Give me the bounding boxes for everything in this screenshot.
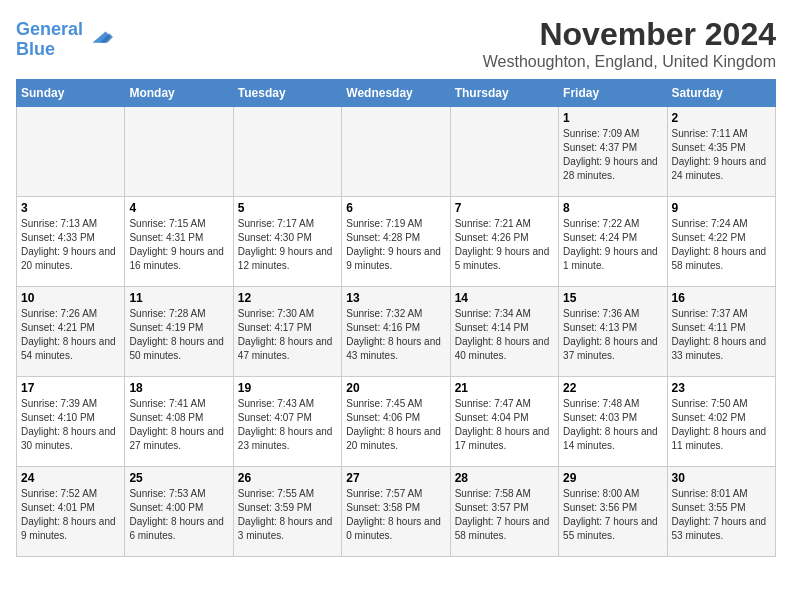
day-number: 9	[672, 201, 771, 215]
calendar-cell	[342, 107, 450, 197]
day-info: Sunrise: 7:13 AM Sunset: 4:33 PM Dayligh…	[21, 217, 120, 273]
day-number: 17	[21, 381, 120, 395]
day-info: Sunrise: 7:43 AM Sunset: 4:07 PM Dayligh…	[238, 397, 337, 453]
day-info: Sunrise: 8:01 AM Sunset: 3:55 PM Dayligh…	[672, 487, 771, 543]
day-info: Sunrise: 7:34 AM Sunset: 4:14 PM Dayligh…	[455, 307, 554, 363]
calendar-cell: 20Sunrise: 7:45 AM Sunset: 4:06 PM Dayli…	[342, 377, 450, 467]
calendar-cell	[17, 107, 125, 197]
calendar-cell: 2Sunrise: 7:11 AM Sunset: 4:35 PM Daylig…	[667, 107, 775, 197]
day-info: Sunrise: 8:00 AM Sunset: 3:56 PM Dayligh…	[563, 487, 662, 543]
logo-icon	[85, 24, 113, 52]
calendar-week-2: 3Sunrise: 7:13 AM Sunset: 4:33 PM Daylig…	[17, 197, 776, 287]
calendar-week-4: 17Sunrise: 7:39 AM Sunset: 4:10 PM Dayli…	[17, 377, 776, 467]
day-number: 15	[563, 291, 662, 305]
calendar-cell: 30Sunrise: 8:01 AM Sunset: 3:55 PM Dayli…	[667, 467, 775, 557]
day-info: Sunrise: 7:22 AM Sunset: 4:24 PM Dayligh…	[563, 217, 662, 273]
day-number: 23	[672, 381, 771, 395]
day-info: Sunrise: 7:48 AM Sunset: 4:03 PM Dayligh…	[563, 397, 662, 453]
logo: General Blue	[16, 20, 113, 60]
day-number: 12	[238, 291, 337, 305]
calendar-cell: 5Sunrise: 7:17 AM Sunset: 4:30 PM Daylig…	[233, 197, 341, 287]
calendar-header: SundayMondayTuesdayWednesdayThursdayFrid…	[17, 80, 776, 107]
calendar-cell	[233, 107, 341, 197]
calendar-cell: 9Sunrise: 7:24 AM Sunset: 4:22 PM Daylig…	[667, 197, 775, 287]
day-info: Sunrise: 7:21 AM Sunset: 4:26 PM Dayligh…	[455, 217, 554, 273]
day-number: 4	[129, 201, 228, 215]
calendar-cell: 25Sunrise: 7:53 AM Sunset: 4:00 PM Dayli…	[125, 467, 233, 557]
calendar-cell: 13Sunrise: 7:32 AM Sunset: 4:16 PM Dayli…	[342, 287, 450, 377]
calendar-cell: 21Sunrise: 7:47 AM Sunset: 4:04 PM Dayli…	[450, 377, 558, 467]
day-number: 10	[21, 291, 120, 305]
calendar-cell: 8Sunrise: 7:22 AM Sunset: 4:24 PM Daylig…	[559, 197, 667, 287]
day-number: 26	[238, 471, 337, 485]
day-header-sunday: Sunday	[17, 80, 125, 107]
day-number: 11	[129, 291, 228, 305]
calendar-cell: 10Sunrise: 7:26 AM Sunset: 4:21 PM Dayli…	[17, 287, 125, 377]
day-number: 29	[563, 471, 662, 485]
day-number: 19	[238, 381, 337, 395]
day-info: Sunrise: 7:53 AM Sunset: 4:00 PM Dayligh…	[129, 487, 228, 543]
day-info: Sunrise: 7:32 AM Sunset: 4:16 PM Dayligh…	[346, 307, 445, 363]
day-number: 18	[129, 381, 228, 395]
day-number: 5	[238, 201, 337, 215]
calendar-cell: 6Sunrise: 7:19 AM Sunset: 4:28 PM Daylig…	[342, 197, 450, 287]
day-number: 27	[346, 471, 445, 485]
day-info: Sunrise: 7:24 AM Sunset: 4:22 PM Dayligh…	[672, 217, 771, 273]
day-info: Sunrise: 7:47 AM Sunset: 4:04 PM Dayligh…	[455, 397, 554, 453]
calendar-cell: 22Sunrise: 7:48 AM Sunset: 4:03 PM Dayli…	[559, 377, 667, 467]
day-number: 21	[455, 381, 554, 395]
day-info: Sunrise: 7:52 AM Sunset: 4:01 PM Dayligh…	[21, 487, 120, 543]
day-header-tuesday: Tuesday	[233, 80, 341, 107]
day-number: 20	[346, 381, 445, 395]
calendar-cell: 4Sunrise: 7:15 AM Sunset: 4:31 PM Daylig…	[125, 197, 233, 287]
day-number: 25	[129, 471, 228, 485]
calendar-week-5: 24Sunrise: 7:52 AM Sunset: 4:01 PM Dayli…	[17, 467, 776, 557]
day-number: 6	[346, 201, 445, 215]
calendar-week-3: 10Sunrise: 7:26 AM Sunset: 4:21 PM Dayli…	[17, 287, 776, 377]
day-number: 14	[455, 291, 554, 305]
calendar-cell: 16Sunrise: 7:37 AM Sunset: 4:11 PM Dayli…	[667, 287, 775, 377]
calendar-cell: 24Sunrise: 7:52 AM Sunset: 4:01 PM Dayli…	[17, 467, 125, 557]
day-number: 24	[21, 471, 120, 485]
day-header-saturday: Saturday	[667, 80, 775, 107]
day-number: 7	[455, 201, 554, 215]
calendar-cell: 27Sunrise: 7:57 AM Sunset: 3:58 PM Dayli…	[342, 467, 450, 557]
day-number: 1	[563, 111, 662, 125]
calendar-cell: 19Sunrise: 7:43 AM Sunset: 4:07 PM Dayli…	[233, 377, 341, 467]
day-info: Sunrise: 7:58 AM Sunset: 3:57 PM Dayligh…	[455, 487, 554, 543]
calendar-cell: 28Sunrise: 7:58 AM Sunset: 3:57 PM Dayli…	[450, 467, 558, 557]
calendar-cell: 15Sunrise: 7:36 AM Sunset: 4:13 PM Dayli…	[559, 287, 667, 377]
day-info: Sunrise: 7:37 AM Sunset: 4:11 PM Dayligh…	[672, 307, 771, 363]
calendar-cell: 12Sunrise: 7:30 AM Sunset: 4:17 PM Dayli…	[233, 287, 341, 377]
day-info: Sunrise: 7:57 AM Sunset: 3:58 PM Dayligh…	[346, 487, 445, 543]
location: Westhoughton, England, United Kingdom	[483, 53, 776, 71]
day-info: Sunrise: 7:30 AM Sunset: 4:17 PM Dayligh…	[238, 307, 337, 363]
day-info: Sunrise: 7:41 AM Sunset: 4:08 PM Dayligh…	[129, 397, 228, 453]
calendar-cell: 11Sunrise: 7:28 AM Sunset: 4:19 PM Dayli…	[125, 287, 233, 377]
day-info: Sunrise: 7:15 AM Sunset: 4:31 PM Dayligh…	[129, 217, 228, 273]
day-number: 30	[672, 471, 771, 485]
day-header-monday: Monday	[125, 80, 233, 107]
day-number: 2	[672, 111, 771, 125]
calendar-cell: 1Sunrise: 7:09 AM Sunset: 4:37 PM Daylig…	[559, 107, 667, 197]
calendar-week-1: 1Sunrise: 7:09 AM Sunset: 4:37 PM Daylig…	[17, 107, 776, 197]
day-number: 22	[563, 381, 662, 395]
day-number: 8	[563, 201, 662, 215]
calendar-cell: 3Sunrise: 7:13 AM Sunset: 4:33 PM Daylig…	[17, 197, 125, 287]
calendar-cell: 14Sunrise: 7:34 AM Sunset: 4:14 PM Dayli…	[450, 287, 558, 377]
logo-text: General Blue	[16, 20, 83, 60]
day-info: Sunrise: 7:36 AM Sunset: 4:13 PM Dayligh…	[563, 307, 662, 363]
day-info: Sunrise: 7:45 AM Sunset: 4:06 PM Dayligh…	[346, 397, 445, 453]
calendar-cell	[125, 107, 233, 197]
day-info: Sunrise: 7:19 AM Sunset: 4:28 PM Dayligh…	[346, 217, 445, 273]
calendar-cell: 23Sunrise: 7:50 AM Sunset: 4:02 PM Dayli…	[667, 377, 775, 467]
calendar-cell	[450, 107, 558, 197]
calendar-cell: 7Sunrise: 7:21 AM Sunset: 4:26 PM Daylig…	[450, 197, 558, 287]
calendar-cell: 26Sunrise: 7:55 AM Sunset: 3:59 PM Dayli…	[233, 467, 341, 557]
title-area: November 2024 Westhoughton, England, Uni…	[483, 16, 776, 71]
calendar-cell: 29Sunrise: 8:00 AM Sunset: 3:56 PM Dayli…	[559, 467, 667, 557]
day-info: Sunrise: 7:55 AM Sunset: 3:59 PM Dayligh…	[238, 487, 337, 543]
day-number: 16	[672, 291, 771, 305]
calendar-cell: 18Sunrise: 7:41 AM Sunset: 4:08 PM Dayli…	[125, 377, 233, 467]
day-info: Sunrise: 7:39 AM Sunset: 4:10 PM Dayligh…	[21, 397, 120, 453]
